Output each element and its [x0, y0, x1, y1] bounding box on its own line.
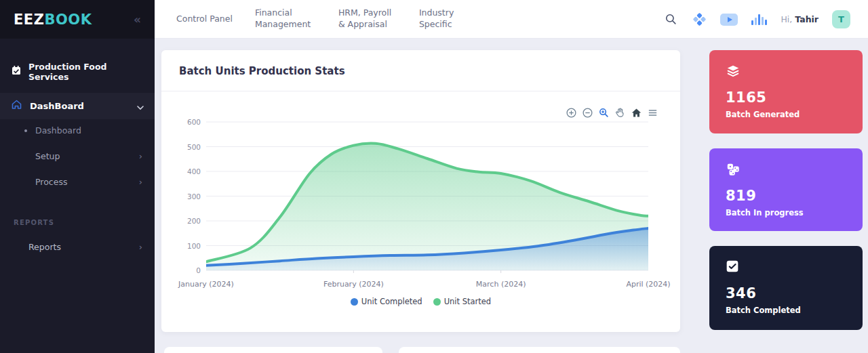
legend-label: Unit Started: [444, 297, 492, 306]
x-axis-tick-label: April (2024): [626, 280, 670, 289]
video-tutorial-icon[interactable]: [720, 14, 738, 26]
top-header: Control Panel Financial Management HRM, …: [155, 0, 868, 39]
stat-card-batch-generated[interactable]: 1165 Batch Generated: [709, 50, 863, 133]
sidebar-nav: Production Food Services DashBoard Dashb…: [0, 39, 155, 258]
stat-label: Batch In progress: [726, 208, 846, 217]
chevron-right-icon: ›: [139, 151, 142, 161]
sidebar-section-reports: REPORTS: [0, 215, 155, 230]
selection-zoom-icon[interactable]: [598, 107, 610, 119]
header-actions: Hi, Tahir T: [663, 0, 850, 39]
avatar[interactable]: T: [832, 10, 850, 28]
bottom-card-right: [399, 347, 680, 353]
chart-plot-area[interactable]: [206, 119, 648, 273]
stat-card-batch-in-progress[interactable]: 819 Batch In progress: [709, 148, 863, 231]
sidebar-collapse-icon[interactable]: «: [134, 13, 141, 26]
x-axis-tick-label: March (2024): [476, 280, 526, 289]
y-axis-tick-label: 400: [187, 167, 201, 175]
sidebar-item-process[interactable]: Process ›: [0, 171, 155, 193]
greeting-prefix: Hi,: [781, 14, 792, 24]
stat-label: Batch Completed: [726, 306, 846, 315]
home-icon: [11, 99, 22, 113]
sidebar-item-label: Setup: [35, 151, 139, 161]
legend-item[interactable]: Unit Completed: [351, 297, 422, 306]
check-square-icon: [726, 259, 846, 274]
legend-item[interactable]: Unit Started: [433, 297, 492, 306]
sidebar-item-workspace[interactable]: Production Food Services: [0, 58, 155, 86]
nav-industry-specific[interactable]: Industry Specific: [419, 7, 461, 30]
x-axis-labels: January (2024)February (2024)March (2024…: [206, 280, 648, 291]
user-name: Tahir: [795, 14, 818, 24]
stat-value: 819: [726, 188, 846, 204]
nav-hrm-payroll[interactable]: HRM, Payroll & Appraisal: [338, 7, 397, 30]
user-greeting: Hi, Tahir: [781, 14, 818, 24]
chevron-down-icon: [137, 100, 144, 112]
sidebar: EEZBOOK « Production Food Services DashB…: [0, 0, 155, 353]
top-nav: Control Panel Financial Management HRM, …: [155, 7, 461, 30]
zoom-in-icon[interactable]: [566, 107, 577, 119]
chart-title: Batch Units Production Stats: [179, 65, 345, 77]
apps-grid-icon[interactable]: [692, 12, 707, 27]
chart-legend: Unit CompletedUnit Started: [161, 297, 680, 306]
stat-value: 346: [726, 285, 846, 302]
y-axis-tick-label: 600: [187, 118, 201, 126]
menu-icon[interactable]: [647, 107, 658, 119]
y-axis-tick-label: 200: [187, 217, 201, 225]
app-logo[interactable]: EEZBOOK: [14, 12, 92, 28]
play-icon: [728, 17, 732, 22]
x-axis-tick-label: February (2024): [323, 280, 384, 289]
workspace-label: Production Food Services: [28, 62, 144, 82]
stat-label: Batch Generated: [726, 110, 846, 119]
stat-value: 1165: [726, 89, 846, 106]
logo-row: EEZBOOK «: [0, 0, 155, 39]
y-axis-labels: 0100200300400500600: [171, 119, 201, 273]
layers-icon: [726, 64, 846, 79]
chart-card: Batch Units Production Stats 01002003004…: [161, 50, 680, 332]
sidebar-item-reports[interactable]: Reports ›: [0, 236, 155, 258]
legend-label: Unit Completed: [361, 297, 422, 306]
search-icon[interactable]: [663, 12, 678, 27]
stat-card-batch-completed[interactable]: 346 Batch Completed: [709, 246, 863, 330]
pan-hand-icon[interactable]: [614, 107, 626, 119]
sidebar-item-label: Process: [35, 177, 139, 187]
legend-dot-icon: [351, 298, 358, 306]
bottom-card-left: [164, 347, 382, 353]
divider: [161, 91, 680, 91]
reset-home-icon[interactable]: [631, 107, 642, 119]
zoom-out-icon[interactable]: [582, 107, 593, 119]
analytics-bars-icon[interactable]: [751, 14, 767, 25]
chevron-right-icon: ›: [139, 242, 142, 252]
sidebar-item-label: Reports: [28, 242, 139, 252]
legend-dot-icon: [433, 298, 441, 306]
logo-text-primary: EEZ: [14, 12, 44, 28]
sidebar-item-setup[interactable]: Setup ›: [0, 145, 155, 167]
sidebar-item-label: DashBoard: [30, 101, 130, 111]
dice-icon: [726, 162, 846, 177]
y-axis-tick-label: 300: [187, 192, 201, 201]
bullet-icon: [24, 129, 27, 132]
y-axis-tick-label: 100: [187, 242, 201, 250]
y-axis-tick-label: 0: [196, 266, 201, 274]
logo-text-accent: BOOK: [44, 12, 92, 28]
nav-financial-management[interactable]: Financial Management: [255, 7, 316, 30]
chart-toolbar: [566, 107, 658, 119]
calendar-check-icon: [11, 65, 22, 79]
nav-control-panel[interactable]: Control Panel: [176, 14, 233, 25]
chevron-right-icon: ›: [139, 177, 142, 187]
sidebar-item-dashboard-child[interactable]: Dashboard: [0, 119, 155, 142]
y-axis-tick-label: 500: [187, 143, 201, 151]
sidebar-item-label: Dashboard: [35, 125, 81, 136]
x-axis-tick-label: January (2024): [178, 280, 234, 289]
sidebar-item-dashboard[interactable]: DashBoard: [0, 93, 155, 119]
